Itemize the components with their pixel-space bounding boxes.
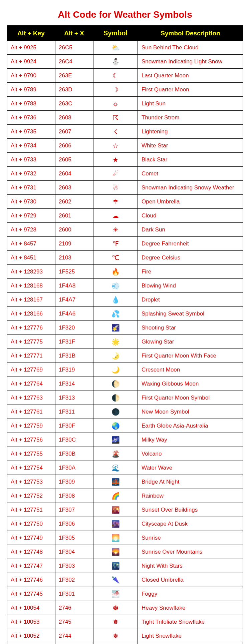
cell-desc: Blowing Wind xyxy=(138,279,243,293)
table-row: Alt + 100522744❄Light Snowflake xyxy=(7,629,243,643)
cell-symbol: 🌆 xyxy=(93,517,138,531)
table-row: Alt + 84512103℃Degree Celsius xyxy=(7,251,243,265)
cell-altkey: Alt + 127754 xyxy=(7,461,55,475)
header-desc: Symbol Description xyxy=(138,26,243,41)
table-row: Alt + 1277491F305🌅Sunrise xyxy=(7,531,243,545)
cell-symbol: 🌛 xyxy=(93,349,138,363)
table-row: Alt + 100532745❅Tight Trifoliate Snowfla… xyxy=(7,615,243,629)
cell-symbol: 🌄 xyxy=(93,545,138,559)
table-row: Alt + 97332605★Black Star xyxy=(7,153,243,167)
cell-altx: 2603 xyxy=(55,181,93,195)
cell-desc: Foggy xyxy=(138,587,243,601)
cell-altkey: Alt + 9729 xyxy=(7,209,55,223)
cell-altx: 1F311 xyxy=(55,405,93,419)
table-row: Alt + 9788263C☼Light Sun xyxy=(7,97,243,111)
cell-symbol: 🌅 xyxy=(93,531,138,545)
cell-symbol: ☀ xyxy=(93,223,138,237)
table-row: Alt + 1277591F30F🌏Earth Globe Asia-Austr… xyxy=(7,419,243,433)
cell-altkey: Alt + 128293 xyxy=(7,265,55,279)
cell-altx: 1F301 xyxy=(55,587,93,601)
cell-desc: Cityscape At Dusk xyxy=(138,517,243,531)
cell-altx: 263C xyxy=(55,97,93,111)
cell-symbol: ☂ xyxy=(93,195,138,209)
cell-altkey: Alt + 8457 xyxy=(7,237,55,251)
header-altkey: Alt + Key xyxy=(7,26,55,41)
cell-symbol: ☁ xyxy=(93,209,138,223)
cell-altkey: Alt + 9790 xyxy=(7,69,55,83)
cell-desc: Heavy Snowflake xyxy=(138,601,243,615)
cell-altx: 2606 xyxy=(55,139,93,153)
table-row: Alt + 1277641F314🌔Waxing Gibbous Moon xyxy=(7,377,243,391)
cell-symbol: ⛄ xyxy=(93,55,138,69)
cell-symbol: ⛅ xyxy=(93,41,138,55)
cell-altkey: Alt + 127752 xyxy=(7,489,55,503)
cell-desc: Open Umbrella xyxy=(138,195,243,209)
cell-altkey: Alt + 127763 xyxy=(7,391,55,405)
cell-altx: 2744 xyxy=(55,629,93,643)
table-row: Alt + 992526C5⛅Sun Behind The Cloud xyxy=(7,41,243,55)
cell-altkey: Alt + 10054 xyxy=(7,601,55,615)
cell-altx: 1F314 xyxy=(55,377,93,391)
cell-desc: Crescent Moon xyxy=(138,363,243,377)
page-title: Alt Code for Weather Symbols xyxy=(7,9,243,20)
cell-altkey: Alt + 127776 xyxy=(7,321,55,335)
cell-symbol: 🌓 xyxy=(93,391,138,405)
cell-altx: 1F302 xyxy=(55,573,93,587)
cell-symbol: ❅ xyxy=(93,615,138,629)
table-row: Alt + 992426C4⛄Snowman Indicating Light … xyxy=(7,55,243,69)
cell-altx: 1F30B xyxy=(55,447,93,461)
table-row: Alt + 1281661F4A6💦Splashing Sweat Symbol xyxy=(7,307,243,321)
cell-symbol: 🌇 xyxy=(93,503,138,517)
cell-symbol: ☃ xyxy=(93,181,138,195)
cell-symbol: 💧 xyxy=(93,293,138,307)
cell-altx: 1F303 xyxy=(55,559,93,573)
cell-symbol: ☈ xyxy=(93,111,138,125)
cell-altkey: Alt + 127775 xyxy=(7,335,55,349)
cell-altx: 1F305 xyxy=(55,531,93,545)
cell-desc: Earth Globe Asia-Australia xyxy=(138,419,243,433)
cell-symbol: ☄ xyxy=(93,167,138,181)
cell-symbol: 💨 xyxy=(93,279,138,293)
cell-altx: 1F30F xyxy=(55,419,93,433)
cell-desc: Dark Sun xyxy=(138,223,243,237)
cell-altx: 1F304 xyxy=(55,545,93,559)
cell-altx: 1F4A8 xyxy=(55,279,93,293)
table-row: Alt + 1277561F30C🌌Milky Way xyxy=(7,433,243,447)
table-row: Alt + 1277541F30A🌊Water Wave xyxy=(7,461,243,475)
cell-desc: Splashing Sweat Symbol xyxy=(138,307,243,321)
cell-desc: Rainbow xyxy=(138,489,243,503)
cell-symbol: ❆ xyxy=(93,601,138,615)
cell-desc: Black Star xyxy=(138,153,243,167)
cell-desc: Water Wave xyxy=(138,461,243,475)
cell-altkey: Alt + 9732 xyxy=(7,167,55,181)
cell-desc: Cloud xyxy=(138,209,243,223)
cell-desc: Sunrise xyxy=(138,531,243,545)
cell-altx: 26C4 xyxy=(55,55,93,69)
table-row: Alt + 1277531F309🌉Bridge At Night xyxy=(7,475,243,489)
cell-altx: 1F313 xyxy=(55,391,93,405)
cell-symbol: 🔥 xyxy=(93,265,138,279)
cell-altx: 1F30A xyxy=(55,461,93,475)
cell-altkey: Alt + 127746 xyxy=(7,573,55,587)
cell-desc: Bridge At Night xyxy=(138,475,243,489)
cell-altkey: Alt + 10052 xyxy=(7,629,55,643)
cell-altx: 1F319 xyxy=(55,363,93,377)
cell-symbol: ☾ xyxy=(93,69,138,83)
table-row: Alt + 97292601☁Cloud xyxy=(7,209,243,223)
cell-altkey: Alt + 9730 xyxy=(7,195,55,209)
cell-symbol: 💦 xyxy=(93,307,138,321)
cell-altkey: Alt + 127748 xyxy=(7,545,55,559)
cell-altx: 2605 xyxy=(55,153,93,167)
cell-symbol: 🌊 xyxy=(93,461,138,475)
cell-altkey: Alt + 128166 xyxy=(7,307,55,321)
cell-desc: Droplet xyxy=(138,293,243,307)
cell-symbol: 🌂 xyxy=(93,573,138,587)
table-row: Alt + 97352607☇Lightening xyxy=(7,125,243,139)
table-row: Alt + 1277481F304🌄Sunrise Over Mountains xyxy=(7,545,243,559)
cell-altx: 1F306 xyxy=(55,517,93,531)
cell-altx: 1F525 xyxy=(55,265,93,279)
cell-altx: 2103 xyxy=(55,251,93,265)
cell-altx: 2607 xyxy=(55,125,93,139)
table-header-row: Alt + Key Alt + X Symbol Symbol Descript… xyxy=(7,26,243,41)
cell-symbol: ℃ xyxy=(93,251,138,265)
